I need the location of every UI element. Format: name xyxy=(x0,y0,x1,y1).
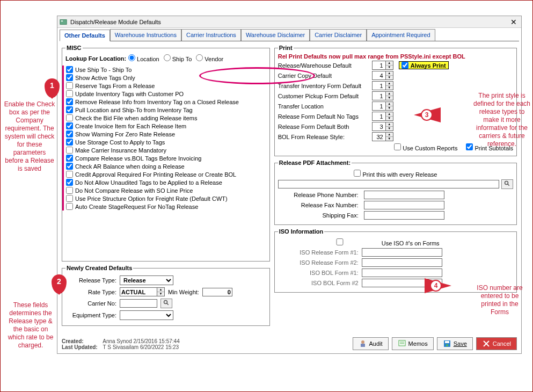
print-row-0: Release/Warehouse Default▲▼ Always Print xyxy=(278,61,513,70)
memos-button[interactable]: Memos xyxy=(392,337,434,350)
print-spinner-7[interactable]: ▲▼ xyxy=(372,132,393,141)
callout-text-2: These fields determines the Release type… xyxy=(6,301,55,350)
min-weight-label: Min Weight: xyxy=(168,289,199,295)
search-icon xyxy=(163,300,170,306)
misc-check-3[interactable]: Update Inventory Tags with Customer PO xyxy=(66,90,266,98)
iso-row-2: ISO BOL Form #1: xyxy=(278,268,513,277)
misc-check-8[interactable]: Show Warning For Zero Rate Release xyxy=(66,130,266,138)
misc-check-11[interactable]: Compare Release vs.BOL Tags Before Invoi… xyxy=(66,154,266,162)
pdf-path-input[interactable] xyxy=(278,180,499,188)
print-spinner-6[interactable]: ▲▼ xyxy=(372,122,393,131)
up-arrow-icon[interactable]: ▲ xyxy=(386,82,393,86)
close-button[interactable]: ✕ xyxy=(508,17,519,27)
left-column: MISC Lookup For Location: Location Ship … xyxy=(62,45,270,326)
carrier-no-input[interactable] xyxy=(120,299,157,308)
rate-type-spinner[interactable]: ▲▼ xyxy=(120,287,165,296)
up-arrow-icon[interactable]: ▲ xyxy=(386,133,393,137)
equipment-type-label: Equipment Type: xyxy=(65,312,116,318)
down-arrow-icon[interactable]: ▼ xyxy=(386,106,393,110)
up-arrow-icon[interactable]: ▲ xyxy=(386,92,393,96)
print-spinner-2[interactable]: ▲▼ xyxy=(372,81,393,90)
min-weight-input[interactable] xyxy=(202,288,232,296)
print-every-release-check[interactable]: Print this with every Release xyxy=(354,170,437,178)
cancel-button[interactable]: Cancel xyxy=(476,337,517,350)
down-arrow-icon[interactable]: ▼ xyxy=(386,86,393,90)
iso-input-1[interactable] xyxy=(362,258,442,267)
newly-legend: Newly Created Defaults xyxy=(65,265,133,271)
release-type-select[interactable]: Release xyxy=(120,275,173,285)
print-note: Rel Print Defaults now pull max range fr… xyxy=(278,53,513,60)
pdf-browse-button[interactable] xyxy=(501,179,513,189)
misc-check-10[interactable]: Make Carrier Insurance Mandatory xyxy=(66,146,266,154)
up-arrow-icon[interactable]: ▲ xyxy=(157,288,164,292)
memos-icon xyxy=(398,339,406,348)
use-custom-reports-check[interactable]: Use Custom Reports xyxy=(394,143,457,151)
misc-check-4[interactable]: Remove Release Info from Inventory Tag o… xyxy=(66,98,266,106)
up-arrow-icon[interactable]: ▲ xyxy=(386,102,393,106)
print-spinner-5[interactable]: ▲▼ xyxy=(372,112,393,121)
tab-warehouse-instructions[interactable]: Warehouse Instructions xyxy=(110,29,181,41)
iso-input-0[interactable] xyxy=(362,248,442,257)
down-arrow-icon[interactable]: ▼ xyxy=(386,117,393,120)
down-arrow-icon[interactable]: ▼ xyxy=(157,292,164,296)
misc-check-13[interactable]: Credit Approval Required For Printing Re… xyxy=(66,170,266,178)
down-arrow-icon[interactable]: ▼ xyxy=(386,96,393,100)
iso-legend: ISO Information xyxy=(278,228,325,235)
down-arrow-icon[interactable]: ▼ xyxy=(386,76,393,79)
audit-button[interactable]: Audit xyxy=(353,337,389,350)
print-row-2: Transfer Inventory Form Default▲▼ xyxy=(278,81,513,90)
misc-check-5[interactable]: Pull Location and Ship-To from Inventory… xyxy=(66,106,266,114)
tab-carrier-disclaimer[interactable]: Carrier Disclaimer xyxy=(310,29,367,41)
tab-other-defaults[interactable]: Other Defaults xyxy=(60,30,110,41)
equipment-type-select[interactable] xyxy=(120,310,173,320)
down-arrow-icon[interactable]: ▼ xyxy=(386,137,393,141)
radio-shipto[interactable]: Ship To xyxy=(164,54,192,62)
up-arrow-icon[interactable]: ▲ xyxy=(386,122,393,127)
print-spinner-3[interactable]: ▲▼ xyxy=(372,91,393,100)
print-spinner-4[interactable]: ▲▼ xyxy=(372,101,393,111)
misc-check-15[interactable]: Do Not Compare Release with SO Line Pric… xyxy=(66,186,266,194)
up-arrow-icon[interactable]: ▲ xyxy=(386,112,393,117)
down-arrow-icon[interactable]: ▼ xyxy=(386,66,393,69)
tab-bar: Other Defaults Warehouse Instructions Ca… xyxy=(60,29,519,41)
tab-appointment-required[interactable]: Appointment Required xyxy=(367,29,435,41)
misc-check-17[interactable]: Auto Create StageRequest For NoTag Relea… xyxy=(66,202,266,210)
carrier-search-button[interactable] xyxy=(160,299,172,308)
tab-warehouse-disclaimer[interactable]: Warehouse Disclaimer xyxy=(241,29,310,41)
use-iso-check[interactable]: Use ISO #'s on Forms xyxy=(300,238,440,246)
radio-vendor[interactable]: Vendor xyxy=(196,54,223,62)
audit-icon xyxy=(359,339,367,348)
svg-rect-7 xyxy=(361,344,365,347)
misc-check-16[interactable]: Use Price Structure Option for Freight R… xyxy=(66,194,266,202)
up-arrow-icon[interactable]: ▲ xyxy=(386,61,393,66)
newly-created-defaults-group: Newly Created Defaults Release Type: Rel… xyxy=(62,265,270,326)
radio-location[interactable]: Location xyxy=(128,54,159,62)
rate-type-value[interactable] xyxy=(120,288,157,296)
misc-check-6[interactable]: Check the Bid File when adding Release i… xyxy=(66,114,266,122)
print-spinner-1[interactable]: ▲▼ xyxy=(372,71,393,80)
svg-rect-8 xyxy=(399,340,405,346)
misc-checklist: Use Ship To - Ship To Show Active Tags O… xyxy=(62,66,266,210)
iso-group: ISO Information Use ISO #'s on Forms ISO… xyxy=(274,228,517,293)
up-arrow-icon[interactable]: ▲ xyxy=(386,71,393,76)
lookup-radio-group: Location Ship To Vendor xyxy=(128,54,223,62)
shipping-fax-input[interactable] xyxy=(364,211,444,220)
app-icon xyxy=(60,18,67,26)
misc-check-12[interactable]: Check AR Balance when doing a Release xyxy=(66,162,266,170)
misc-check-9[interactable]: Use Storage Cost to Apply to Tags xyxy=(66,138,266,146)
window-title: Dispatch/Release Module Defaults xyxy=(70,19,508,25)
svg-point-4 xyxy=(505,181,508,184)
always-print-check[interactable]: Always Print xyxy=(399,61,449,69)
iso-input-2[interactable] xyxy=(362,268,442,277)
save-button[interactable]: Save xyxy=(437,337,473,350)
print-spinner-0[interactable]: ▲▼ xyxy=(372,61,393,70)
cancel-icon xyxy=(482,339,491,348)
misc-check-7[interactable]: Create Invoice Item for Each Release Ite… xyxy=(66,122,266,130)
release-fax-input[interactable] xyxy=(364,201,444,209)
tab-carrier-instructions[interactable]: Carrier Instructions xyxy=(181,29,241,41)
release-phone-input[interactable] xyxy=(364,191,444,199)
misc-check-14[interactable]: Do Not Allow Unaudited Tags to be Applie… xyxy=(66,178,266,186)
down-arrow-icon[interactable]: ▼ xyxy=(386,127,393,130)
misc-legend: MISC xyxy=(65,45,83,51)
release-fax-label: Release Fax Number: xyxy=(278,202,359,208)
